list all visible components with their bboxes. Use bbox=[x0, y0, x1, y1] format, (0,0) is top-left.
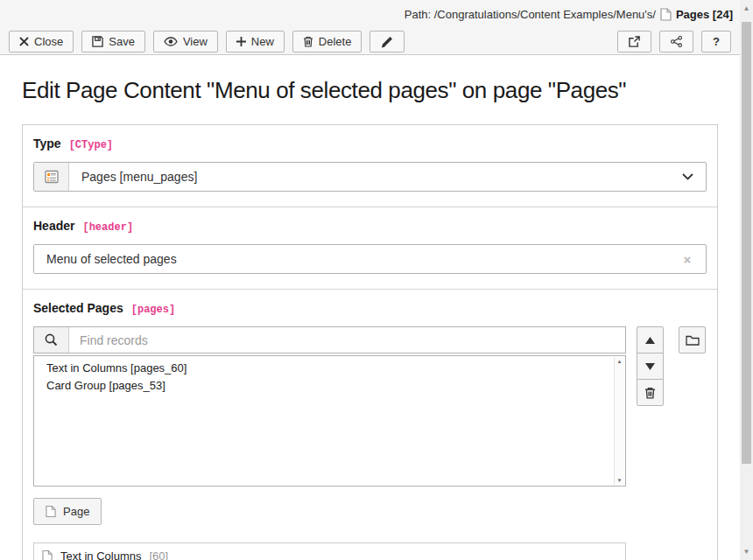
folder-icon bbox=[686, 334, 700, 346]
add-page-button-label: Page bbox=[63, 505, 89, 518]
listbox-scrollbar[interactable]: ▲ ▼ bbox=[614, 357, 624, 485]
scrollbar-up-icon[interactable]: ▲ bbox=[740, 2, 753, 15]
search-icon bbox=[45, 333, 58, 346]
trash-icon bbox=[644, 387, 656, 399]
new-button[interactable]: New bbox=[226, 31, 285, 52]
header-field-code: [header] bbox=[82, 221, 133, 234]
typo3-edit-content-window: ▲ ▼ Path: /Congratulations/Content Examp… bbox=[0, 0, 753, 560]
record-title: Pages [24] bbox=[676, 8, 733, 21]
share-icon bbox=[671, 36, 682, 47]
close-icon bbox=[19, 37, 29, 46]
record-row-uid: [60] bbox=[149, 550, 168, 560]
help-button[interactable]: ? bbox=[701, 31, 731, 52]
share-button[interactable] bbox=[659, 31, 693, 52]
arrow-down-icon bbox=[645, 363, 655, 370]
add-page-button[interactable]: Page bbox=[33, 498, 102, 525]
page-icon bbox=[46, 505, 56, 518]
pages-field-code: [pages] bbox=[131, 304, 175, 316]
open-in-new-window-icon bbox=[629, 36, 640, 47]
field-type-section: Type [CType] Pages [menu_pages] bbox=[23, 125, 717, 206]
header-input[interactable] bbox=[34, 245, 669, 273]
type-select[interactable]: Pages [menu_pages] bbox=[33, 162, 707, 192]
main-scrollbar[interactable]: ▲ ▼ bbox=[740, 0, 753, 560]
clear-field-button[interactable]: × bbox=[669, 245, 706, 273]
search-input[interactable] bbox=[69, 327, 625, 353]
header-field-label: Header bbox=[33, 219, 74, 233]
listbox-scroll-up-icon[interactable]: ▲ bbox=[615, 359, 624, 364]
header-input-wrap: × bbox=[33, 244, 707, 274]
listbox-scroll-down-icon[interactable]: ▼ bbox=[615, 478, 624, 483]
view-button[interactable]: View bbox=[153, 31, 218, 52]
toolbar-right-buttons: ? bbox=[617, 31, 731, 52]
field-header-section: Header [header] × bbox=[23, 206, 717, 289]
list-item[interactable]: Text in Columns [pages_60] bbox=[34, 360, 625, 377]
page-icon bbox=[660, 8, 672, 21]
field-pages-section: Selected Pages [pages] bbox=[23, 289, 717, 560]
eye-icon bbox=[164, 37, 178, 46]
pencil-icon bbox=[381, 36, 393, 48]
record-row-title: Text in Columns bbox=[60, 550, 141, 560]
clear-x-icon: × bbox=[684, 252, 692, 267]
browse-records-button[interactable] bbox=[679, 326, 706, 354]
page-title: Edit Page Content "Menu of selected page… bbox=[22, 77, 718, 104]
docheader-toolbar: Close Save View New Delete bbox=[0, 29, 740, 54]
save-button[interactable]: Save bbox=[81, 31, 145, 52]
breadcrumb: Path: /Congratulations/Content Examples/… bbox=[405, 8, 656, 21]
selected-pages-listbox[interactable]: Text in Columns [pages_60] Card Group [p… bbox=[33, 355, 626, 486]
chevron-down-icon bbox=[669, 163, 706, 191]
search-icon-box bbox=[34, 327, 69, 353]
docheader: Path: /Congratulations/Content Examples/… bbox=[0, 0, 740, 55]
edit-record-button[interactable] bbox=[369, 31, 405, 52]
scrollbar-down-icon[interactable]: ▼ bbox=[740, 545, 753, 558]
type-field-label: Type bbox=[33, 136, 61, 150]
content-type-icon-box bbox=[34, 163, 69, 191]
page-icon bbox=[42, 550, 53, 560]
type-field-code: [CType] bbox=[69, 139, 113, 151]
open-in-new-window-button[interactable] bbox=[617, 31, 651, 52]
move-delete-button-group bbox=[637, 326, 664, 406]
edit-form: Type [CType] Pages [menu_pages] bbox=[22, 124, 718, 560]
table-row[interactable]: Text in Columns [60] bbox=[33, 542, 626, 560]
remove-selected-button[interactable] bbox=[637, 379, 664, 406]
list-item[interactable]: Card Group [pages_53] bbox=[34, 377, 625, 395]
toolbar-left-buttons: Close Save View New Delete bbox=[9, 31, 405, 52]
listbox-controls bbox=[637, 326, 706, 406]
trash-icon bbox=[303, 36, 313, 47]
save-icon bbox=[92, 36, 103, 47]
module-body: Edit Page Content "Menu of selected page… bbox=[0, 77, 740, 560]
delete-button[interactable]: Delete bbox=[292, 31, 362, 52]
selected-records-list: Text in Columns [60] bbox=[33, 542, 626, 560]
plus-icon bbox=[236, 37, 246, 46]
close-button[interactable]: Close bbox=[9, 31, 74, 52]
move-up-button[interactable] bbox=[637, 326, 664, 354]
record-search bbox=[33, 326, 626, 354]
menu-pages-icon bbox=[45, 170, 59, 184]
type-select-value: Pages [menu_pages] bbox=[69, 163, 669, 191]
docheader-path-bar: Path: /Congratulations/Content Examples/… bbox=[0, 0, 740, 29]
arrow-up-icon bbox=[645, 337, 655, 344]
move-down-button[interactable] bbox=[637, 353, 664, 380]
scrollbar-thumb[interactable] bbox=[742, 22, 751, 464]
pages-field-label: Selected Pages bbox=[33, 301, 123, 315]
